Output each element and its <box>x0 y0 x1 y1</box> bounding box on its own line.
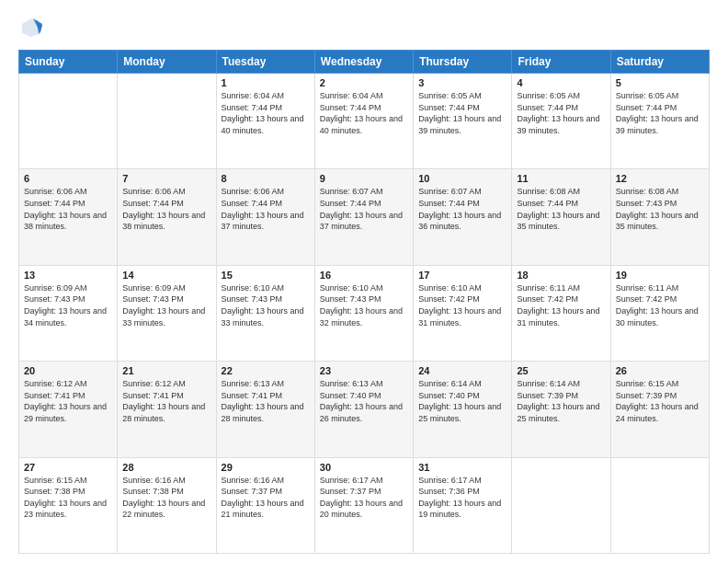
logo-icon <box>18 15 44 40</box>
day-number: 23 <box>320 365 408 376</box>
calendar-cell: 9Sunrise: 6:07 AM Sunset: 7:44 PM Daylig… <box>314 169 413 265</box>
calendar-week-2: 6Sunrise: 6:06 AM Sunset: 7:44 PM Daylig… <box>19 169 710 265</box>
calendar-cell: 12Sunrise: 6:08 AM Sunset: 7:43 PM Dayli… <box>610 169 709 265</box>
day-info: Sunrise: 6:06 AM Sunset: 7:44 PM Dayligh… <box>122 186 210 232</box>
weekday-header-monday: Monday <box>118 51 216 74</box>
day-number: 28 <box>122 462 210 473</box>
calendar-cell <box>118 74 216 169</box>
calendar-cell: 28Sunrise: 6:16 AM Sunset: 7:38 PM Dayli… <box>118 457 216 553</box>
calendar-cell: 13Sunrise: 6:09 AM Sunset: 7:43 PM Dayli… <box>19 265 118 361</box>
calendar-cell: 16Sunrise: 6:10 AM Sunset: 7:43 PM Dayli… <box>314 265 413 361</box>
weekday-header-thursday: Thursday <box>414 51 512 74</box>
day-number: 26 <box>616 365 704 376</box>
day-info: Sunrise: 6:05 AM Sunset: 7:44 PM Dayligh… <box>517 90 605 136</box>
day-info: Sunrise: 6:11 AM Sunset: 7:42 PM Dayligh… <box>517 282 605 328</box>
calendar-cell: 14Sunrise: 6:09 AM Sunset: 7:43 PM Dayli… <box>118 265 216 361</box>
calendar-cell: 21Sunrise: 6:12 AM Sunset: 7:41 PM Dayli… <box>118 362 216 457</box>
day-number: 31 <box>418 462 506 473</box>
page: SundayMondayTuesdayWednesdayThursdayFrid… <box>0 0 728 563</box>
day-info: Sunrise: 6:13 AM Sunset: 7:40 PM Dayligh… <box>320 378 408 424</box>
day-info: Sunrise: 6:17 AM Sunset: 7:37 PM Dayligh… <box>320 475 408 521</box>
calendar-cell: 30Sunrise: 6:17 AM Sunset: 7:37 PM Dayli… <box>314 457 413 553</box>
calendar-cell <box>512 457 610 553</box>
day-number: 3 <box>418 77 506 88</box>
day-info: Sunrise: 6:12 AM Sunset: 7:41 PM Dayligh… <box>122 378 210 424</box>
day-info: Sunrise: 6:14 AM Sunset: 7:40 PM Dayligh… <box>418 378 506 424</box>
calendar-cell <box>19 74 118 169</box>
calendar-cell: 8Sunrise: 6:06 AM Sunset: 7:44 PM Daylig… <box>216 169 314 265</box>
day-number: 22 <box>222 365 310 376</box>
day-number: 16 <box>320 270 408 281</box>
calendar-cell: 22Sunrise: 6:13 AM Sunset: 7:41 PM Dayli… <box>216 362 314 457</box>
day-number: 20 <box>24 365 112 376</box>
day-number: 25 <box>517 365 605 376</box>
day-info: Sunrise: 6:13 AM Sunset: 7:41 PM Dayligh… <box>222 378 310 424</box>
calendar-cell: 17Sunrise: 6:10 AM Sunset: 7:42 PM Dayli… <box>414 265 512 361</box>
day-info: Sunrise: 6:08 AM Sunset: 7:43 PM Dayligh… <box>616 186 704 232</box>
day-number: 21 <box>122 365 210 376</box>
day-number: 8 <box>222 173 310 184</box>
day-number: 1 <box>222 77 310 88</box>
day-number: 7 <box>122 173 210 184</box>
calendar-cell: 1Sunrise: 6:04 AM Sunset: 7:44 PM Daylig… <box>216 74 314 169</box>
day-number: 12 <box>616 173 704 184</box>
day-info: Sunrise: 6:16 AM Sunset: 7:38 PM Dayligh… <box>122 475 210 521</box>
calendar-cell: 19Sunrise: 6:11 AM Sunset: 7:42 PM Dayli… <box>610 265 709 361</box>
weekday-header-tuesday: Tuesday <box>216 51 314 74</box>
day-info: Sunrise: 6:12 AM Sunset: 7:41 PM Dayligh… <box>24 378 112 424</box>
calendar-cell: 3Sunrise: 6:05 AM Sunset: 7:44 PM Daylig… <box>414 74 512 169</box>
day-number: 29 <box>222 462 310 473</box>
day-info: Sunrise: 6:17 AM Sunset: 7:36 PM Dayligh… <box>418 475 506 521</box>
calendar-week-1: 1Sunrise: 6:04 AM Sunset: 7:44 PM Daylig… <box>19 74 710 169</box>
weekday-header-wednesday: Wednesday <box>314 51 413 74</box>
weekday-header-saturday: Saturday <box>610 51 709 74</box>
day-number: 6 <box>24 173 112 184</box>
calendar-cell: 15Sunrise: 6:10 AM Sunset: 7:43 PM Dayli… <box>216 265 314 361</box>
calendar-cell: 7Sunrise: 6:06 AM Sunset: 7:44 PM Daylig… <box>118 169 216 265</box>
calendar-cell: 11Sunrise: 6:08 AM Sunset: 7:44 PM Dayli… <box>512 169 610 265</box>
day-info: Sunrise: 6:11 AM Sunset: 7:42 PM Dayligh… <box>616 282 704 328</box>
day-info: Sunrise: 6:16 AM Sunset: 7:37 PM Dayligh… <box>222 475 310 521</box>
day-number: 27 <box>24 462 112 473</box>
calendar-cell: 10Sunrise: 6:07 AM Sunset: 7:44 PM Dayli… <box>414 169 512 265</box>
calendar-cell: 2Sunrise: 6:04 AM Sunset: 7:44 PM Daylig… <box>314 74 413 169</box>
calendar-cell: 18Sunrise: 6:11 AM Sunset: 7:42 PM Dayli… <box>512 265 610 361</box>
day-number: 4 <box>517 77 605 88</box>
day-number: 17 <box>418 270 506 281</box>
day-number: 13 <box>24 270 112 281</box>
weekday-header-row: SundayMondayTuesdayWednesdayThursdayFrid… <box>19 51 710 74</box>
calendar-cell: 27Sunrise: 6:15 AM Sunset: 7:38 PM Dayli… <box>19 457 118 553</box>
day-info: Sunrise: 6:04 AM Sunset: 7:44 PM Dayligh… <box>222 90 310 136</box>
day-number: 14 <box>122 270 210 281</box>
weekday-header-sunday: Sunday <box>19 51 118 74</box>
day-info: Sunrise: 6:08 AM Sunset: 7:44 PM Dayligh… <box>517 186 605 232</box>
day-info: Sunrise: 6:09 AM Sunset: 7:43 PM Dayligh… <box>24 282 112 328</box>
calendar-week-4: 20Sunrise: 6:12 AM Sunset: 7:41 PM Dayli… <box>19 362 710 457</box>
day-info: Sunrise: 6:15 AM Sunset: 7:38 PM Dayligh… <box>24 475 112 521</box>
calendar-cell: 23Sunrise: 6:13 AM Sunset: 7:40 PM Dayli… <box>314 362 413 457</box>
day-info: Sunrise: 6:09 AM Sunset: 7:43 PM Dayligh… <box>122 282 210 328</box>
day-number: 18 <box>517 270 605 281</box>
weekday-header-friday: Friday <box>512 51 610 74</box>
day-info: Sunrise: 6:06 AM Sunset: 7:44 PM Dayligh… <box>222 186 310 232</box>
calendar-table: SundayMondayTuesdayWednesdayThursdayFrid… <box>18 50 710 554</box>
calendar-cell: 20Sunrise: 6:12 AM Sunset: 7:41 PM Dayli… <box>19 362 118 457</box>
calendar-cell: 4Sunrise: 6:05 AM Sunset: 7:44 PM Daylig… <box>512 74 610 169</box>
day-number: 5 <box>616 77 704 88</box>
day-number: 9 <box>320 173 408 184</box>
calendar-week-5: 27Sunrise: 6:15 AM Sunset: 7:38 PM Dayli… <box>19 457 710 553</box>
day-number: 30 <box>320 462 408 473</box>
day-number: 2 <box>320 77 408 88</box>
day-info: Sunrise: 6:10 AM Sunset: 7:42 PM Dayligh… <box>418 282 506 328</box>
day-number: 11 <box>517 173 605 184</box>
calendar-cell: 24Sunrise: 6:14 AM Sunset: 7:40 PM Dayli… <box>414 362 512 457</box>
day-number: 10 <box>418 173 506 184</box>
day-info: Sunrise: 6:05 AM Sunset: 7:44 PM Dayligh… <box>418 90 506 136</box>
logo <box>18 15 48 40</box>
day-info: Sunrise: 6:04 AM Sunset: 7:44 PM Dayligh… <box>320 90 408 136</box>
day-info: Sunrise: 6:14 AM Sunset: 7:39 PM Dayligh… <box>517 378 605 424</box>
day-number: 24 <box>418 365 506 376</box>
calendar-cell: 6Sunrise: 6:06 AM Sunset: 7:44 PM Daylig… <box>19 169 118 265</box>
day-info: Sunrise: 6:06 AM Sunset: 7:44 PM Dayligh… <box>24 186 112 232</box>
header <box>18 15 710 40</box>
